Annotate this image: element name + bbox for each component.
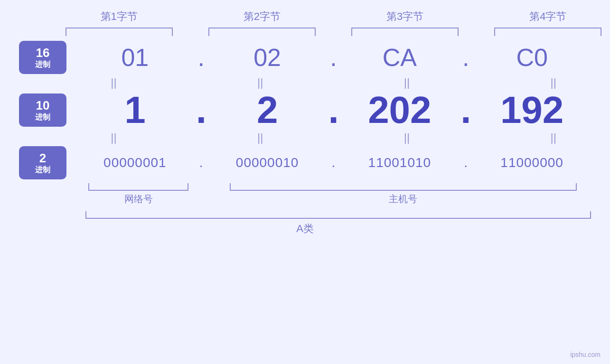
a-class-area: A类: [19, 211, 591, 236]
byte1-header: 第1字节: [47, 9, 190, 24]
decimal-value-2: 2: [257, 89, 278, 131]
binary-label: 2 进制: [19, 146, 66, 179]
equals-dot-5: [327, 129, 341, 146]
decimal-cells: 1 . 2 . 202 . 192: [76, 91, 591, 129]
equals-dot-3: [473, 74, 487, 91]
decimal-dot-3: .: [459, 91, 473, 129]
byte-headers: 第1字节 第2字节 第3字节 第4字节: [47, 9, 610, 24]
decimal-base-text: 进制: [35, 112, 50, 121]
binary-dot-1: .: [194, 156, 208, 169]
binary-dot-3: .: [459, 156, 473, 169]
decimal-value-3: 202: [368, 89, 431, 131]
hex-cell-1: 01: [76, 45, 194, 70]
binary-value-2: 00000010: [236, 155, 299, 170]
hex-cell-3: CA: [341, 45, 459, 70]
bracket-top-2: [208, 28, 316, 36]
binary-dot-2: .: [327, 156, 341, 169]
hex-cell-2: 02: [208, 45, 327, 70]
bracket-cell-1: [47, 28, 190, 36]
decimal-cell-4: 192: [473, 91, 591, 129]
network-label: 网络号: [124, 193, 153, 205]
binary-cell-2: 00000010: [208, 156, 327, 169]
hex-cells: 01 . 02 . CA . C0: [76, 45, 591, 70]
hex-value-4: C0: [516, 44, 547, 71]
decimal-value-4: 192: [500, 89, 563, 131]
binary-value-4: 11000000: [500, 155, 563, 170]
top-brackets: [47, 28, 610, 36]
hex-label: 16 进制: [19, 41, 66, 74]
bracket-cell-3: [334, 28, 477, 36]
equals-dot-1: [180, 74, 194, 91]
network-bracket: [88, 183, 188, 191]
binary-cells: 00000001 . 00000010 . 11001010 . 1100000…: [76, 156, 591, 169]
bracket-top-4: [494, 28, 601, 36]
host-label: 主机号: [389, 193, 417, 205]
hex-value-2: 02: [253, 44, 281, 71]
a-class-label: A类: [296, 222, 314, 236]
decimal-dot-2: .: [327, 91, 341, 129]
hex-base-text: 进制: [35, 60, 50, 69]
bracket-cell-2: [190, 28, 333, 36]
equals-2-2: ||: [194, 129, 327, 146]
byte3-header: 第3字节: [334, 9, 477, 24]
hex-cell-4: C0: [473, 45, 591, 70]
decimal-value-1: 1: [124, 89, 146, 131]
host-bracket: [230, 183, 577, 191]
decimal-cell-3: 202: [341, 91, 459, 129]
decimal-base-num: 10: [36, 99, 50, 112]
equals-dot-6: [473, 129, 487, 146]
binary-value-1: 00000001: [103, 155, 167, 170]
host-bracket-area: 主机号: [216, 183, 591, 205]
decimal-cell-2: 2: [208, 91, 327, 129]
label-spacer: [19, 183, 76, 205]
bracket-top-3: [351, 28, 459, 36]
bracket-top-1: [66, 28, 173, 36]
binary-cell-4: 11000000: [473, 156, 591, 169]
decimal-row: 10 进制 1 . 2 . 202 . 192: [19, 91, 591, 129]
hex-base-num: 16: [36, 46, 50, 60]
hex-dot-2: .: [327, 45, 341, 70]
binary-base-num: 2: [39, 151, 46, 165]
hex-row: 16 进制 01 . 02 . CA . C0: [19, 41, 591, 74]
network-bracket-area: 网络号: [76, 183, 201, 205]
equals-2-4: ||: [487, 129, 610, 146]
equals-2-1: ||: [47, 129, 180, 146]
binary-cell-1: 00000001: [76, 156, 194, 169]
equals-2-3: ||: [341, 129, 473, 146]
watermark: ipshu.com: [570, 351, 601, 358]
decimal-label: 10 进制: [19, 93, 66, 127]
binary-base-text: 进制: [35, 165, 50, 174]
binary-value-3: 11001010: [368, 155, 432, 170]
hex-dot-1: .: [194, 45, 208, 70]
binary-cell-3: 11001010: [341, 156, 459, 169]
binary-row: 2 进制 00000001 . 00000010 . 11001010 . 11…: [19, 146, 591, 179]
bottom-section: 网络号 主机号: [19, 183, 591, 205]
main-container: 第1字节 第2字节 第3字节 第4字节 16 进制 01 .: [0, 0, 610, 364]
decimal-dot-1: .: [194, 91, 208, 129]
equals-1-1: ||: [47, 74, 180, 91]
bracket-cell-4: [477, 28, 610, 36]
byte2-header: 第2字节: [190, 9, 333, 24]
hex-value-1: 01: [121, 44, 149, 71]
hex-dot-3: .: [459, 45, 473, 70]
equals-dot-4: [180, 129, 194, 146]
bracket-dot-spacer: [201, 183, 216, 205]
hex-value-3: CA: [383, 44, 417, 71]
equals-row-2: || || || ||: [47, 129, 610, 146]
a-class-bracket: [85, 211, 591, 219]
byte4-header: 第4字节: [477, 9, 610, 24]
decimal-cell-1: 1: [76, 91, 194, 129]
